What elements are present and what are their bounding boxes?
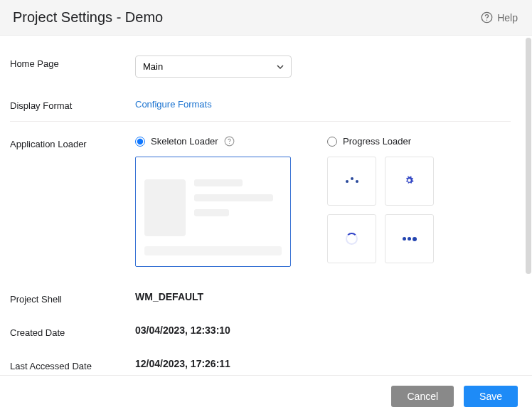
progress-loader-radio[interactable]	[327, 137, 337, 147]
skeleton-line	[194, 194, 273, 201]
svg-point-1	[486, 20, 487, 21]
dialog-content: Home Page Main Display Format Configure …	[0, 36, 532, 375]
progress-loader-label: Progress Loader	[343, 136, 411, 147]
last-accessed-label: Last Accessed Date	[10, 358, 135, 371]
skeleton-loader-radio[interactable]	[135, 137, 145, 147]
skeleton-block	[144, 179, 186, 236]
dialog-title: Project Settings - Demo	[13, 9, 163, 26]
help-icon	[481, 11, 493, 23]
cancel-button[interactable]: Cancel	[391, 386, 454, 407]
help-label: Help	[497, 12, 518, 23]
project-shell-value: WM_DEFAULT	[135, 291, 511, 302]
progress-cell-ring[interactable]	[327, 214, 376, 263]
skeleton-line	[194, 179, 243, 186]
row-home-page: Home Page Main	[10, 50, 511, 88]
progress-cell-dotsh[interactable]	[385, 214, 434, 263]
dots-bouncing-icon	[346, 180, 358, 183]
skeleton-bar	[144, 246, 282, 255]
project-shell-label: Project Shell	[10, 291, 135, 305]
skeleton-line	[194, 209, 229, 216]
gear-icon	[405, 175, 414, 188]
configure-formats-link[interactable]: Configure Formats	[135, 99, 212, 110]
question-icon[interactable]	[224, 136, 235, 147]
scrollbar[interactable]	[526, 38, 531, 288]
row-app-loader: Application Loader Skeleton Loader	[10, 122, 511, 281]
help-button[interactable]: Help	[481, 11, 518, 23]
row-created-date: Created Date 03/04/2023, 12:33:10	[10, 315, 511, 348]
row-project-shell: Project Shell WM_DEFAULT	[10, 281, 511, 315]
home-page-select[interactable]: Main	[135, 56, 292, 78]
dots-horizontal-icon	[403, 237, 417, 241]
created-date-label: Created Date	[10, 324, 135, 338]
scrollbar-thumb[interactable]	[526, 38, 531, 274]
progress-cell-dots[interactable]	[327, 157, 376, 206]
app-loader-label: Application Loader	[10, 136, 135, 149]
progress-loader-preview	[327, 157, 511, 263]
skeleton-loader-label: Skeleton Loader	[151, 136, 218, 147]
row-last-accessed: Last Accessed Date 12/04/2023, 17:26:11	[10, 348, 511, 374]
dialog-header: Project Settings - Demo Help	[0, 0, 532, 36]
save-button[interactable]: Save	[464, 386, 518, 407]
display-format-label: Display Format	[10, 97, 135, 111]
ring-spinner-icon	[346, 233, 358, 245]
home-page-label: Home Page	[10, 56, 135, 69]
last-accessed-value: 12/04/2023, 17:26:11	[135, 358, 511, 369]
row-display-format: Display Format Configure Formats	[10, 88, 511, 122]
created-date-value: 03/04/2023, 12:33:10	[135, 324, 511, 336]
skeleton-loader-preview[interactable]	[135, 157, 291, 267]
dialog-footer: Cancel Save	[0, 375, 532, 417]
progress-cell-gear[interactable]	[385, 157, 434, 206]
svg-point-3	[229, 143, 230, 144]
